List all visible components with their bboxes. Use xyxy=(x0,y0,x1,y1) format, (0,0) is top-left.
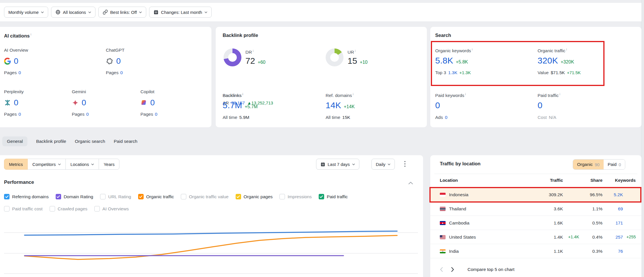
keywords-value[interactable]: 257 xyxy=(615,230,623,244)
chevron-down-icon xyxy=(41,11,44,13)
column-traffic[interactable]: Traffic xyxy=(550,178,563,183)
granularity-select[interactable]: Daily xyxy=(371,159,395,170)
compare-top5-label[interactable]: Compare top 5 on chart xyxy=(467,267,515,272)
metric-checkbox-crawled-pages[interactable]: Crawled pages xyxy=(50,206,87,212)
chatgpt-metric: ChatGPT 0 Pages0 xyxy=(106,48,166,75)
pages-value[interactable]: 0 xyxy=(18,70,21,75)
metric-value[interactable]: 0 xyxy=(150,98,155,107)
copilot-metric: Copilot 0 Pages0 xyxy=(140,89,201,117)
location-row-united-states[interactable]: United States1.4K+1.4K0.4%257+255 xyxy=(430,230,641,244)
metric-value[interactable]: 0 xyxy=(14,57,18,66)
top3-value[interactable]: 1.3K xyxy=(448,70,457,75)
paid-traffic-value[interactable]: 0 xyxy=(538,100,542,110)
tab-organic-search[interactable]: Organic search xyxy=(75,139,105,144)
pages-value[interactable]: 0 xyxy=(18,112,21,117)
locations-filter[interactable]: All locations xyxy=(51,7,95,18)
checkbox-icon[interactable] xyxy=(4,194,10,199)
monthly-volume-filter[interactable]: Monthly volume xyxy=(4,7,48,18)
more-options-kebab-icon[interactable] xyxy=(404,161,405,168)
column-location[interactable]: Location xyxy=(440,178,458,183)
checkbox-icon[interactable] xyxy=(56,194,61,199)
metric-checkbox-paid-traffic-cost[interactable]: Paid traffic cost xyxy=(4,206,43,212)
segment-locations[interactable]: Locations xyxy=(65,159,99,170)
metric-value[interactable]: 0 xyxy=(82,98,86,107)
changes-filter[interactable]: Changes: Last month xyxy=(149,7,212,18)
toggle-organic[interactable]: Organic90 xyxy=(573,160,604,169)
keywords-value[interactable]: 69 xyxy=(618,202,623,216)
metric-checkbox-impressions[interactable]: Impressions xyxy=(279,194,312,199)
location-row-cambodia[interactable]: Cambodia1.6K0.5%171 xyxy=(430,216,641,230)
metric-value[interactable]: 0 xyxy=(14,98,18,107)
paid-keywords-label: Paid keywords xyxy=(435,93,464,98)
keywords-value[interactable]: 5.2K xyxy=(614,188,623,202)
info-icon[interactable]: i xyxy=(566,48,567,51)
column-share[interactable]: Share xyxy=(590,178,602,183)
organic-keywords-value[interactable]: 5.8K xyxy=(435,56,453,65)
info-icon[interactable]: i xyxy=(355,49,355,53)
info-icon[interactable]: i xyxy=(353,92,353,96)
info-icon[interactable]: i xyxy=(253,49,253,53)
pages-value[interactable]: 0 xyxy=(155,112,157,117)
info-icon[interactable]: i xyxy=(472,48,472,51)
checkbox-icon[interactable] xyxy=(94,206,100,212)
backlinks-value[interactable]: 5.7M xyxy=(223,100,242,110)
segment-metrics[interactable]: Metrics xyxy=(4,159,28,170)
metric-checkbox-organic-pages[interactable]: Organic pages xyxy=(236,194,273,199)
value-delta: +71.5K xyxy=(567,70,581,75)
next-page-icon[interactable] xyxy=(451,267,454,272)
ads-value[interactable]: 0 xyxy=(445,115,448,120)
metric-checkbox-row-2: Paid traffic costCrawled pagesAI Overvie… xyxy=(4,206,129,212)
info-icon[interactable]: i xyxy=(465,92,466,96)
segment-competitors[interactable]: Competitors xyxy=(27,159,66,170)
metric-checkbox-referring-domains[interactable]: Referring domains xyxy=(4,194,49,199)
paid-keywords-value[interactable]: 0 xyxy=(435,100,440,110)
collapse-chevron-icon[interactable] xyxy=(408,182,413,184)
keywords-value[interactable]: 76 xyxy=(618,244,623,258)
dr-donut-chart xyxy=(224,48,241,66)
info-icon[interactable]: i xyxy=(559,92,560,96)
metric-checkbox-ai-overviews[interactable]: AI Overviews xyxy=(94,206,129,212)
location-table-header: Location Traffic Share Keywords xyxy=(430,178,641,188)
organic-traffic-value[interactable]: 320K xyxy=(538,56,558,65)
ref-domains-label: Ref. domains xyxy=(326,93,352,98)
segment-years[interactable]: Years xyxy=(99,159,119,170)
checkbox-icon[interactable] xyxy=(181,194,186,199)
metric-checkbox-organic-traffic-value[interactable]: Organic traffic value xyxy=(181,194,229,199)
checkbox-icon[interactable] xyxy=(50,206,55,212)
prev-page-icon[interactable] xyxy=(440,267,443,272)
pages-value[interactable]: 0 xyxy=(86,112,89,117)
metric-checkbox-paid-traffic[interactable]: Paid traffic xyxy=(319,194,348,199)
tab-paid-search[interactable]: Paid search xyxy=(114,139,138,144)
keywords-value[interactable]: 171 xyxy=(615,216,623,230)
checkbox-icon[interactable] xyxy=(4,206,10,212)
best-links-filter[interactable]: Best links: Off xyxy=(98,7,146,18)
info-icon[interactable]: i xyxy=(242,92,243,96)
metric-checkbox-organic-traffic[interactable]: Organic traffic xyxy=(138,194,174,199)
organic-keywords-delta: +5.8K xyxy=(456,59,468,65)
location-row-india[interactable]: India1.1K0.3%76 xyxy=(430,244,641,258)
location-row-indonesia[interactable]: Indonesia309.2K96.5%5.2K xyxy=(430,188,641,202)
chatgpt-icon xyxy=(106,57,113,65)
metric-value[interactable]: 0 xyxy=(116,57,121,66)
pages-value[interactable]: 0 xyxy=(120,70,123,75)
location-row-thailand[interactable]: Thailand3.6K1.1%69 xyxy=(430,202,641,216)
ref-domains-value[interactable]: 14K xyxy=(326,100,341,110)
checkbox-icon[interactable] xyxy=(138,194,144,199)
checkbox-icon[interactable] xyxy=(279,194,285,199)
tab-backlink-profile[interactable]: Backlink profile xyxy=(36,139,66,144)
checkbox-icon[interactable] xyxy=(100,194,106,199)
checkbox-icon[interactable] xyxy=(236,194,241,199)
metric-checkbox-domain-rating[interactable]: Domain Rating xyxy=(56,194,93,199)
toggle-paid[interactable]: Paid0 xyxy=(604,160,625,169)
performance-chart[interactable] xyxy=(0,222,418,277)
scrollbar[interactable] xyxy=(641,0,644,277)
checkbox-icon[interactable] xyxy=(319,194,324,199)
column-keywords[interactable]: Keywords xyxy=(615,178,636,183)
info-icon[interactable]: i xyxy=(31,33,31,36)
metric-checkbox-url-rating[interactable]: URL Rating xyxy=(100,194,131,199)
date-range-picker[interactable]: Last 7 days xyxy=(316,159,359,170)
share-value: 0.4% xyxy=(592,230,602,244)
tab-general[interactable]: General xyxy=(2,136,27,146)
organic-traffic-label: Organic traffic xyxy=(538,48,565,53)
alltime-label: All time xyxy=(223,115,237,120)
